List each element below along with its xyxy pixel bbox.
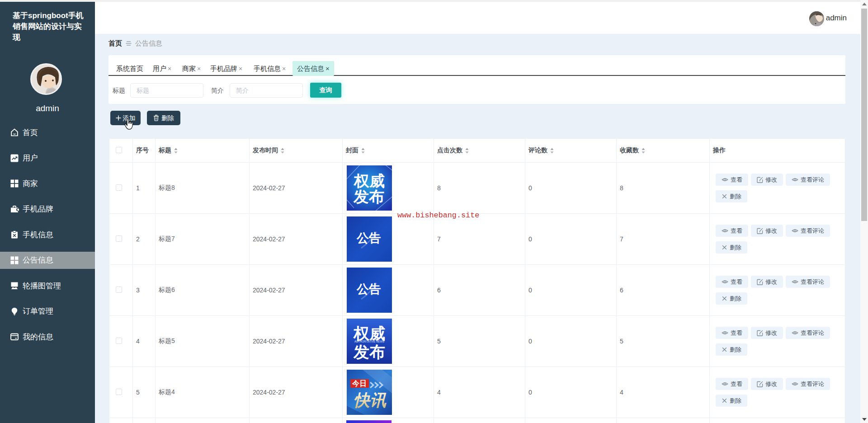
svg-text:公告: 公告 — [356, 231, 381, 245]
svg-text:AUTHORITATIVE NEWS: AUTHORITATIVE NEWS — [354, 340, 385, 343]
svg-text:发布: 发布 — [353, 343, 385, 361]
svg-text:今日: 今日 — [352, 380, 367, 387]
svg-text:公告: 公告 — [356, 282, 381, 296]
svg-text:快讯: 快讯 — [354, 391, 387, 409]
svg-text:发布: 发布 — [353, 188, 384, 205]
svg-text:权威: 权威 — [353, 172, 385, 189]
